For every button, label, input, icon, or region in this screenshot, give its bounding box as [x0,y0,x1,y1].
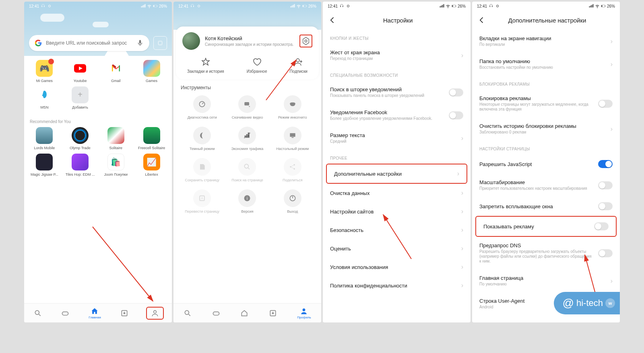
save-icon [198,163,206,171]
row-terms[interactable]: Условия использования› [323,258,471,276]
tabs-button[interactable] [153,36,167,50]
app-add[interactable]: +Добавить [63,86,97,110]
row-homepage[interactable]: Главная страницаПо умолчанию› [472,269,620,292]
tool-share[interactable]: Поделиться [271,158,314,182]
nav-downloads[interactable] [120,309,128,317]
row-default-folder[interactable]: Папка по умолчаниюВосстановить настройки… [472,53,620,76]
tool-diagnostics[interactable]: Диагностика сети [181,95,223,119]
app-rec[interactable]: Solitaire [99,127,133,150]
status-bar: 12:41 26% [323,2,471,10]
back-icon[interactable] [328,16,336,24]
row-rate[interactable]: Оценить› [323,239,471,258]
svg-text:A: A [201,196,203,200]
row-privacy[interactable]: Политика конфиденциальности› [323,276,471,295]
action-subscriptions[interactable]: Подписки [290,57,308,74]
row-text-size[interactable]: Размер текстаСредний› [323,127,471,150]
phone-screen-3: 12:41 26% Настройки КНОПКИ И ЖЕСТЫ Жест … [323,2,471,322]
row-zoom[interactable]: МасштабированиеПриоритет пользовательски… [472,174,620,197]
app-rec[interactable]: Magic Jigsaw P... [27,154,62,177]
app-rec[interactable]: Lords Mobile [27,127,62,150]
nav-profile[interactable] [146,307,164,320]
phone-screen-2: 12:41 26% Котя Котейский Синхронизация з… [173,2,321,322]
search-icon [243,163,251,171]
tool-download-video[interactable]: Скачивание видео [226,95,268,119]
row-popups[interactable]: Запретить всплывающие окна [472,197,620,216]
tool-dark-mode[interactable]: Темный режим [181,127,223,151]
section-title: БЛОКИРОВКА РЕКЛАМЫ [472,76,620,90]
row-clear-data[interactable]: Очистка данных› [323,184,471,202]
svg-point-29 [185,310,189,314]
avatar[interactable] [182,32,200,50]
chevron-right-icon: › [611,125,613,133]
row-security[interactable]: Безопасность› [323,221,471,239]
tool-save-page[interactable]: Сохранить страницу [181,158,223,182]
toggle[interactable] [598,100,613,108]
nav-search[interactable] [184,309,192,317]
app-gmail[interactable]: Gmail [99,60,133,83]
tool-version[interactable]: iВерсия [226,189,268,213]
toggle[interactable] [449,111,463,119]
row-show-ads[interactable]: Показывать рекламу [475,216,617,237]
search-bar[interactable] [29,35,149,51]
mic-icon[interactable] [136,39,144,47]
app-msn[interactable]: MSN [27,86,62,110]
section-title: НАСТРОЙКИ СТРАНИЦЫ [472,140,620,154]
svg-rect-12 [303,5,303,6]
toggle[interactable] [598,181,613,189]
app-rec[interactable]: Freecell Solitaire [134,127,169,150]
translate-icon: A [198,194,206,202]
row-javascript[interactable]: Разрешить JavaScript [472,154,620,174]
row-clear-adblock-history[interactable]: Очистить историю блокировки рекламыЗабло… [472,117,620,140]
nav-downloads[interactable] [269,309,277,317]
mask-icon [289,100,297,108]
row-facebook-notifications[interactable]: Уведомления FacebookБолее удобное управл… [323,104,471,127]
info-icon: i [243,194,251,202]
back-icon[interactable] [478,16,486,24]
toggle[interactable] [598,202,613,210]
row-notification-search[interactable]: Поиск в шторке уведомленийПоказывать пан… [323,81,471,104]
nav-search[interactable] [34,309,42,317]
row-edge-gesture[interactable]: Жест от края экранаПереход по страницам› [323,44,471,67]
app-rec[interactable]: 🛍️Joom Покупки [99,154,133,177]
nav-profile[interactable]: Профиль [297,307,311,319]
battery-pct: 26% [607,4,615,8]
app-mi-games[interactable]: 🎮Mi Games [27,60,62,83]
settings-button[interactable] [299,35,312,47]
svg-point-9 [154,310,157,313]
status-time: 12:41 [178,4,188,8]
row-additional-settings[interactable]: Дополнительные настройки› [326,164,467,184]
section-title: КНОПКИ И ЖЕСТЫ [323,30,471,44]
nav-games[interactable] [61,309,69,317]
action-favorites[interactable]: Избранное [247,57,267,74]
row-site-settings[interactable]: Настройки сайтов› [323,202,471,221]
svg-point-15 [296,59,299,62]
watermark: @hi-techw [554,292,620,314]
svg-rect-19 [291,137,293,138]
tool-find-on-page[interactable]: Поиск на странице [226,158,268,182]
app-youtube[interactable]: Youtube [63,60,97,83]
nav-home[interactable]: Главная [89,307,101,319]
toggle[interactable] [594,222,609,230]
svg-point-23 [293,168,295,169]
toggle[interactable] [598,160,613,168]
signal-icon [589,4,594,8]
toggle[interactable] [598,249,613,257]
app-rec[interactable]: Olymp Trade [63,127,97,150]
tool-data-saver[interactable]: Экономия трафика [226,127,268,151]
tool-incognito[interactable]: Режим инкогнито [271,95,314,119]
toggle[interactable] [449,88,463,96]
tool-exit[interactable]: Выход [271,189,314,213]
app-rec[interactable]: Tiles Hop: EDM ... [63,154,97,177]
status-time: 12:41 [477,4,487,8]
app-rec[interactable]: 📈Libertex [134,154,169,177]
search-input[interactable] [46,40,132,46]
app-games[interactable]: Games [134,60,169,83]
nav-home[interactable] [240,309,248,317]
nav-games[interactable] [212,309,220,317]
row-dns-prefetch[interactable]: Предзапрос DNSРазрешить браузеру предвар… [472,237,620,269]
row-nav-tabs[interactable]: Вкладки на экране навигацииПо вертикали› [472,30,620,53]
row-adblock[interactable]: Блокировка рекламыНекоторые страницы мог… [472,90,620,117]
action-bookmarks-history[interactable]: Закладки и история [187,57,224,74]
tool-translate[interactable]: AПеревести страницу [181,189,223,213]
tool-desktop-mode[interactable]: Настольный режим [271,127,314,151]
